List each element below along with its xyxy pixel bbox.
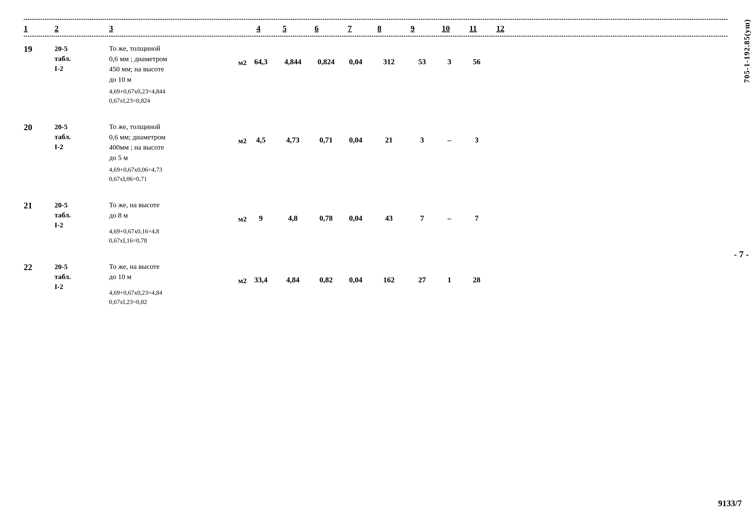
row-col10: 3 — [408, 121, 436, 145]
row-col10: 7 — [408, 200, 436, 223]
rows-container: 1920-5 табл. I-2То же, толщиной 0,6 мм ;… — [24, 37, 728, 309]
header-col9: 9 — [394, 24, 432, 33]
header-col10: 10 — [432, 24, 460, 33]
row-desc: То же, толщиной 0,6 мм; диаметром 400мм … — [109, 121, 247, 183]
row-description-text: То же, толщиной 0,6 мм; диаметром 400мм … — [109, 121, 236, 163]
row-col6: 4,73 — [275, 121, 310, 145]
row-col12: 3 — [462, 121, 491, 145]
header-col6: 6 — [299, 24, 334, 33]
right-label-middle: - 7 - — [734, 249, 749, 259]
row-col8: 0,04 — [341, 43, 370, 66]
row-col8: 0,04 — [341, 200, 370, 223]
row-id: 22 — [24, 261, 55, 272]
header-col12: 12 — [486, 24, 515, 33]
row-col9: 21 — [370, 121, 408, 145]
header-col7: 7 — [334, 24, 365, 33]
row-col6: 4,844 — [275, 43, 310, 66]
row-id: 20 — [24, 121, 55, 132]
row-col7: 0,82 — [310, 261, 341, 284]
row-ref: 20-5 табл. I-2 — [55, 200, 109, 230]
row-col12: 28 — [462, 261, 491, 284]
table-row: 2020-5 табл. I-2То же, толщиной 0,6 мм; … — [24, 115, 728, 186]
row-col11: 3 — [436, 43, 462, 66]
row-desc: То же, толщиной 0,6 мм ; диаметром 450 м… — [109, 43, 247, 105]
row-col7: 0,78 — [310, 200, 341, 223]
row-col7: 0,71 — [310, 121, 341, 145]
row-col9: 162 — [370, 261, 408, 284]
row-desc: То же, на высоте до 10 мм24,69+0,67х0,23… — [109, 261, 247, 307]
row-col8: 0,04 — [341, 121, 370, 145]
header-col8: 8 — [365, 24, 394, 33]
row-unit: м2 — [238, 214, 247, 224]
row-col11: 1 — [436, 261, 462, 284]
row-formula: 4,69+0,67х0,23=4,844 0,67хI,23=0,824 — [109, 87, 247, 105]
row-unit: м2 — [238, 136, 247, 146]
row-col5: 4,5 — [247, 121, 275, 145]
header-col5: 5 — [270, 24, 299, 33]
row-description-text: То же, на высоте до 8 м — [109, 200, 236, 220]
row-col10: 53 — [408, 43, 436, 66]
row-col9: 312 — [370, 43, 408, 66]
row-col11: – — [436, 200, 462, 223]
header-col11: 11 — [460, 24, 486, 33]
row-description-text: То же, толщиной 0,6 мм ; диаметром 450 м… — [109, 43, 236, 84]
top-dashed-line — [24, 19, 728, 20]
header-col2: 2 — [55, 24, 109, 33]
row-ref: 20-5 табл. I-2 — [55, 121, 109, 152]
row-col6: 4,84 — [275, 261, 310, 284]
row-unit: м2 — [238, 57, 247, 68]
row-col5: 64,3 — [247, 43, 275, 66]
header-col1: 1 — [24, 24, 55, 33]
row-desc: То же, на высоте до 8 мм24,69+0,67х0,16=… — [109, 200, 247, 245]
row-unit: м2 — [238, 276, 247, 286]
row-ref: 20-5 табл. I-2 — [55, 261, 109, 292]
row-col6: 4,8 — [275, 200, 310, 223]
row-id: 19 — [24, 43, 55, 54]
row-col10: 27 — [408, 261, 436, 284]
table-row: 2120-5 табл. I-2То же, на высоте до 8 мм… — [24, 193, 728, 248]
table-row: 1920-5 табл. I-2То же, толщиной 0,6 мм ;… — [24, 37, 728, 108]
bottom-right-label: 9133/7 — [718, 498, 742, 508]
table-row: 2220-5 табл. I-2То же, на высоте до 10 м… — [24, 254, 728, 309]
row-description-text: То же, на высоте до 10 м — [109, 261, 236, 282]
header-col3: 3 — [109, 24, 247, 33]
row-col9: 43 — [370, 200, 408, 223]
row-col12: 7 — [462, 200, 491, 223]
row-col8: 0,04 — [341, 261, 370, 284]
row-formula: 4,69+0,67х0,16=4,8 0,67хI,16=0,78 — [109, 226, 247, 245]
header-col4: 4 — [247, 24, 270, 33]
row-ref: 20-5 табл. I-2 — [55, 43, 109, 73]
row-col5: 9 — [247, 200, 275, 223]
row-formula: 4,69+0,67х0,06=4,73 0,67хI,06=0,71 — [109, 165, 247, 183]
header-row: 1 2 3 4 5 6 7 8 9 10 11 12 — [24, 20, 728, 37]
row-id: 21 — [24, 200, 55, 210]
row-col11: – — [436, 121, 462, 145]
row-col5: 33,4 — [247, 261, 275, 284]
row-col12: 56 — [462, 43, 491, 66]
page-container: 1 2 3 4 5 6 7 8 9 10 11 12 1920-5 табл. … — [0, 0, 756, 532]
right-label-top: 705-1-192.85(уш) — [742, 19, 751, 83]
row-formula: 4,69+0,67х0,23=4,84 0,67хI,23=0,82 — [109, 288, 247, 306]
row-col7: 0,824 — [310, 43, 341, 66]
